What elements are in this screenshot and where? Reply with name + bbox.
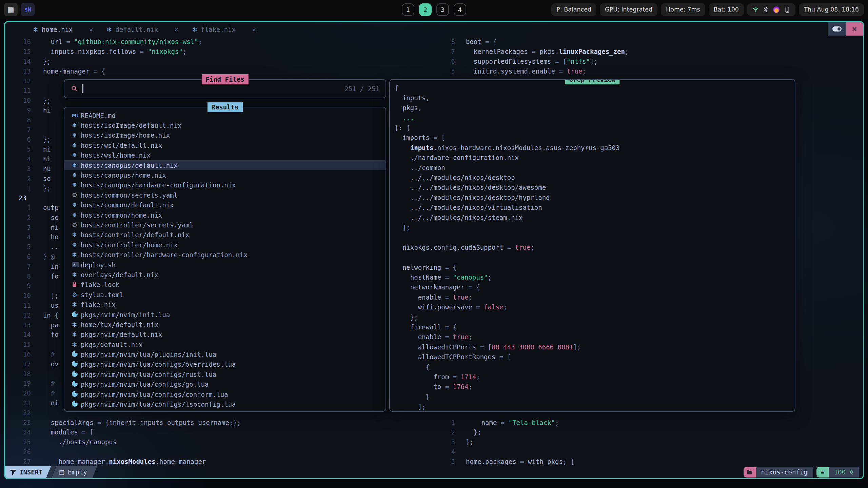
nix-icon: ❄: [72, 202, 81, 208]
file-result[interactable]: ❄hosts/canopus/hardware-configuration.ni…: [64, 180, 386, 190]
tab-close-icon[interactable]: ×: [89, 25, 93, 34]
preview-line: enable = true;: [395, 332, 472, 342]
file-name: pkgs/nvim/nvim/lua/configs/rust.lua: [81, 371, 216, 378]
code-line: 10 };: [14, 96, 51, 105]
preview-line: ../../modules/nixos/virtualisation: [395, 203, 542, 212]
tab-label: flake.nix: [201, 26, 236, 33]
terminal-launcher-button[interactable]: $N: [21, 3, 35, 16]
workspace-button-4[interactable]: 4: [454, 3, 466, 16]
file-result[interactable]: ❄overlays/default.nix: [64, 270, 386, 280]
file-name: pkgs/default.nix: [81, 341, 143, 348]
media-icon[interactable]: [773, 6, 780, 13]
code-line: 20 #: [14, 388, 55, 398]
file-name: pkgs/nvim/nvim/lua/configs/overrides.lua: [81, 361, 236, 368]
preview-line: };: [395, 312, 418, 322]
preview-line: from = 1714;: [395, 372, 480, 382]
gear-icon: ⚙: [72, 222, 81, 228]
file-result[interactable]: ❄hosts/wsl/default.nix: [64, 140, 386, 150]
lua-icon: [72, 401, 81, 408]
nix-icon: ❄: [72, 331, 81, 338]
window-toggle-button[interactable]: [828, 22, 846, 36]
gpu-module: GPU: Integrated: [600, 3, 657, 16]
file-name: pkgs/nvim/nvim/lua/configs/lspconfig.lua: [81, 401, 236, 408]
file-result[interactable]: ❄pkgs/default.nix: [64, 340, 386, 349]
file-result[interactable]: ❄hosts/common/home.nix: [64, 210, 386, 220]
nix-icon: ❄: [72, 132, 81, 138]
battery-module: Bat: 100: [709, 3, 744, 16]
file-result[interactable]: pkgs/nvim/nvim/lua/configs/overrides.lua: [64, 360, 386, 369]
file-result[interactable]: ❄flake.nix: [64, 300, 386, 309]
code-line: 8 fo: [14, 271, 59, 281]
code-line: 7 in: [14, 261, 59, 271]
code-line: 2 };: [446, 427, 481, 437]
find-files-prompt[interactable]: Find Files 251 / 251: [64, 79, 386, 98]
file-result[interactable]: ⚙stylua.toml: [64, 290, 386, 300]
tab-default.nix[interactable]: ❄default.nix×: [100, 22, 185, 37]
results-list: M↓README.md❄hosts/isoImage/default.nix❄h…: [64, 110, 386, 409]
file-result[interactable]: pkgs/nvim/nvim/lua/plugins/init.lua: [64, 349, 386, 359]
gear-icon: ⚙: [72, 192, 81, 198]
file-result[interactable]: ❄pkgs/nvim/default.nix: [64, 330, 386, 340]
phone-icon[interactable]: [784, 6, 790, 13]
file-result[interactable]: pkgs/nvim/nvim/init.lua: [64, 310, 386, 320]
tab-flake.nix[interactable]: ❄flake.nix×: [185, 22, 263, 37]
file-result[interactable]: ❄hosts/isoImage/home.nix: [64, 130, 386, 140]
file-result[interactable]: ❄hosts/canopus/home.nix: [64, 170, 386, 180]
code-line: 16 #: [14, 349, 55, 359]
preview-line: inputs,: [395, 93, 430, 103]
code-line: 12: [14, 76, 35, 86]
file-result[interactable]: >_deploy.sh: [64, 260, 386, 270]
file-result[interactable]: ⚙hosts/controller/secrets.yaml: [64, 220, 386, 230]
code-line: 23: [14, 193, 35, 203]
code-line: 11: [14, 86, 35, 96]
code-line: 5 initrd.systemd.enable = true;: [446, 66, 586, 76]
tab-close-icon[interactable]: ×: [252, 25, 256, 34]
lua-icon: [72, 361, 81, 368]
file-name: hosts/common/default.nix: [81, 201, 174, 209]
code-line: 6 } @: [14, 252, 55, 262]
nix-icon: ❄: [72, 152, 81, 158]
code-line: 21 ni: [14, 398, 59, 408]
bluetooth-icon[interactable]: [764, 6, 768, 13]
file-result[interactable]: ❄hosts/canopus/default.nix: [64, 160, 386, 170]
file-name: home/tux/default.nix: [81, 321, 158, 328]
file-result[interactable]: pkgs/nvim/nvim/lua/configs/lspconfig.lua: [64, 399, 386, 409]
window-close-button[interactable]: ×: [846, 22, 863, 36]
file-result[interactable]: ❄hosts/wsl/home.nix: [64, 150, 386, 160]
file-result[interactable]: ❄home/tux/default.nix: [64, 320, 386, 329]
workspace-button-3[interactable]: 3: [436, 3, 449, 16]
app-menu-button[interactable]: ▦: [4, 3, 18, 16]
file-result[interactable]: ⚙hosts/common/secrets.yaml: [64, 190, 386, 200]
file-result[interactable]: ❄hosts/controller/home.nix: [64, 240, 386, 250]
code-line: 3 };: [446, 437, 474, 447]
code-line: 26: [14, 447, 35, 457]
file-result[interactable]: pkgs/nvim/nvim/lua/configs/rust.lua: [64, 369, 386, 379]
nix-icon: ❄: [72, 142, 81, 148]
file-result[interactable]: ❄hosts/controller/default.nix: [64, 230, 386, 240]
preview-line: hostName = "canopus";: [395, 272, 492, 282]
file-result[interactable]: ❄hosts/isoImage/default.nix: [64, 120, 386, 130]
nix-icon: ❄: [72, 232, 81, 238]
workspace-button-2[interactable]: 2: [419, 3, 432, 16]
code-line: 16 url = "github:nix-community/nixos-wsl…: [14, 37, 202, 47]
gear-icon: ⚙: [72, 292, 81, 298]
file-result[interactable]: flake.lock: [64, 280, 386, 290]
code-line: 6 supportedFilesystems = ["ntfs"];: [446, 57, 598, 66]
file-name: flake.nix: [81, 301, 116, 308]
folder-icon: [747, 470, 752, 475]
mode-segment: INSERT: [5, 466, 52, 478]
file-result[interactable]: pkgs/nvim/nvim/lua/configs/go.lua: [64, 380, 386, 389]
file-name: deploy.sh: [81, 261, 116, 269]
file-result[interactable]: ❄hosts/controller/hardware-configuration…: [64, 250, 386, 260]
tab-close-icon[interactable]: ×: [174, 25, 178, 34]
file-result[interactable]: ❄hosts/common/default.nix: [64, 200, 386, 210]
code-line: 7: [14, 125, 35, 135]
code-line: 9: [14, 281, 35, 291]
file-name: hosts/isoImage/home.nix: [81, 131, 170, 139]
tab-home.nix[interactable]: ❄home.nix×: [26, 22, 100, 37]
file-result[interactable]: pkgs/nvim/nvim/lua/configs/conform.lua: [64, 389, 386, 399]
network-icon[interactable]: [752, 6, 759, 13]
workspace-button-1[interactable]: 1: [402, 3, 414, 16]
file-name: hosts/isoImage/default.nix: [81, 122, 181, 129]
file-name: pkgs/nvim/nvim/lua/plugins/init.lua: [81, 351, 216, 358]
